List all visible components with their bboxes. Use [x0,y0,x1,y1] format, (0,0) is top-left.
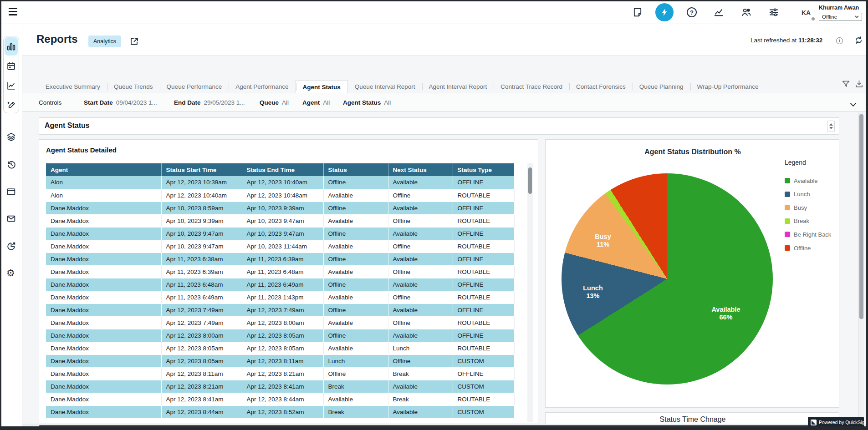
table-row[interactable]: Dane.MaddoxApr 11, 2023 6:38amApr 11, 20… [46,253,514,265]
table-row[interactable]: Dane.MaddoxApr 12, 2023 8:00amApr 12, 20… [46,329,514,342]
table-cell: Break [388,367,453,380]
help-icon[interactable]: ? [687,7,697,17]
table-cell: Available [323,265,388,278]
table-cell: Dane.Maddox [46,240,161,253]
column-header-next-status[interactable]: Next Status [388,163,453,176]
table-row[interactable]: Dane.MaddoxApr 10, 2023 9:39amApr 10, 20… [46,214,514,227]
table-row[interactable]: Dane.MaddoxApr 12, 2023 7:49amApr 12, 20… [46,304,514,316]
sidebar-item-browser[interactable] [6,187,16,197]
metrics-icon[interactable] [714,7,724,17]
sidebar-item-settings-gear-icon[interactable]: ⚙ [6,268,16,278]
report-tabs: Executive SummaryQueue TrendsQueue Perfo… [39,80,765,93]
sidebar-item-history[interactable] [6,160,16,169]
sidebar-item-pie-chart[interactable] [6,242,16,251]
legend-item-be-right-back[interactable]: Be Right Back [785,231,831,238]
column-header-status[interactable]: Status [323,163,388,176]
hamburger-menu-icon[interactable] [9,8,17,15]
flash-icon[interactable] [655,3,674,21]
table-row[interactable]: Dane.MaddoxApr 12, 2023 8:44amApr 12, 20… [46,405,514,418]
tab-executive-summary[interactable]: Executive Summary [39,80,107,93]
refresh-icon[interactable] [854,35,863,45]
table-row[interactable]: Dane.MaddoxApr 12, 2023 8:05amApr 12, 20… [46,342,514,354]
download-icon[interactable] [855,80,863,88]
table-header: AgentStatus Start TimeStatus End TimeSta… [46,163,514,176]
tab-agent-performance[interactable]: Agent Performance [229,80,295,93]
legend-item-lunch[interactable]: Lunch [785,191,810,197]
table-row[interactable]: Dane.MaddoxApr 11, 2023 6:48amApr 11, 20… [46,278,514,291]
spinner-up-icon[interactable] [829,123,833,126]
table-cell: Apr 10, 2023 9:39am [242,202,323,214]
tab-queue-interval-report[interactable]: Queue Interval Report [348,80,422,93]
open-external-icon[interactable] [130,37,139,46]
analytics-badge[interactable]: Analytics [88,35,121,47]
column-header-status-start-time[interactable]: Status Start Time [161,163,242,176]
control-start-date[interactable]: Start Date09/04/2023 1... [84,99,157,106]
legend-item-offline[interactable]: Offline [785,245,811,251]
tab-queue-trends[interactable]: Queue Trends [107,80,160,93]
legend-item-available[interactable]: Available [785,177,818,184]
legend-item-break[interactable]: Break [785,218,809,224]
control-agent-status[interactable]: Agent StatusAll [343,99,391,106]
table-row[interactable]: Dane.MaddoxApr 12, 2023 8:11amApr 12, 20… [46,367,514,380]
spinner-down-icon[interactable] [829,127,833,129]
filter-funnel-icon[interactable] [842,80,850,88]
table-cell: Break [323,380,388,393]
page-horizontal-scrollbar-thumb[interactable] [39,425,817,429]
tab-agent-status[interactable]: Agent Status [296,80,348,93]
table-row[interactable]: Dane.MaddoxApr 10, 2023 9:47amApr 10, 20… [46,240,514,253]
tab-wrap-up-performance[interactable]: Wrap-Up Performance [690,80,766,93]
page-vertical-scrollbar-thumb[interactable] [859,114,863,319]
users-icon[interactable] [741,7,751,17]
table-cell: Available [323,291,388,304]
column-header-status-end-time[interactable]: Status End Time [242,163,323,176]
table-row[interactable]: Dane.MaddoxApr 10, 2023 8:59amApr 10, 20… [46,202,514,214]
table-panel-title: Agent Status Detailed [46,146,117,154]
controls-expand-chevron-icon[interactable] [850,101,857,105]
tab-contract-trace-record[interactable]: Contract Trace Record [494,80,569,93]
sidebar-item-calendar[interactable] [6,61,16,71]
powered-by-quicksight-badge: Powered by QuickSight [808,417,864,428]
sidebar-item-metrics[interactable] [6,42,16,51]
control-end-date[interactable]: End Date29/05/2023 1... [174,99,245,106]
table-cell: OFFLINE [453,367,514,380]
control-queue[interactable]: QueueAll [260,99,289,106]
sheet-spinner-control[interactable] [827,121,835,132]
tab-contact-forensics[interactable]: Contact Forensics [569,80,633,93]
table-row[interactable]: Dane.MaddoxApr 11, 2023 6:49amApr 11, 20… [46,291,514,304]
table-row[interactable]: Dane.MaddoxApr 12, 2023 8:05amApr 12, 20… [46,354,514,367]
table-row[interactable]: Dane.MaddoxApr 12, 2023 8:21amApr 12, 20… [46,380,514,393]
sidebar-item-mail[interactable] [6,214,16,223]
legend-item-busy[interactable]: Busy [785,204,807,211]
last-refreshed-time: 11:28:32 [798,37,822,44]
column-header-status-type[interactable]: Status Type [453,163,514,176]
agent-status-select[interactable]: Offline [819,13,862,21]
table-scrollbar-thumb[interactable] [528,167,532,194]
column-header-agent[interactable]: Agent [46,163,161,176]
table-row[interactable]: Dane.MaddoxApr 12, 2023 7:49amApr 12, 20… [46,316,514,329]
table-cell: Apr 12, 2023 8:05am [161,342,242,354]
table-row[interactable]: Dane.MaddoxApr 12, 2023 8:41amApr 12, 20… [46,393,514,405]
preferences-sliders-icon[interactable] [769,7,779,17]
table-row[interactable]: AlonApr 12, 2023 10:39amApr 12, 2023 10:… [46,176,514,189]
table-row[interactable]: AlonApr 12, 2023 10:40amApr 12, 2023 10:… [46,189,514,202]
table-cell: Available [323,240,388,253]
table-cell: Break [388,393,453,405]
sidebar-item-realtime-chart[interactable] [6,81,16,91]
tab-agent-interval-report[interactable]: Agent Interval Report [422,80,494,93]
table-row[interactable]: Dane.MaddoxApr 10, 2023 9:47amApr 10, 20… [46,227,514,240]
tab-queue-planning[interactable]: Queue Planning [633,80,690,93]
table-scrollbar-track[interactable] [527,163,533,422]
sticky-note-icon[interactable] [633,7,643,17]
table-row[interactable]: Dane.MaddoxApr 11, 2023 6:39amApr 11, 20… [46,265,514,278]
control-agent[interactable]: AgentAll [302,99,330,106]
agent-status-select-value: Offline [822,14,837,20]
chevron-down-icon [855,15,859,18]
sidebar-item-layers[interactable] [6,132,16,142]
pie-chart[interactable]: Busy 11% Lunch 13% Available 66% [562,173,773,384]
info-icon[interactable]: i [836,37,843,44]
tab-queue-performance[interactable]: Queue Performance [160,80,229,93]
table-cell: Available [388,176,453,189]
avatar[interactable]: KA [797,4,815,21]
table-cell: Available [323,214,388,227]
sidebar-item-design-brush[interactable] [6,101,16,110]
